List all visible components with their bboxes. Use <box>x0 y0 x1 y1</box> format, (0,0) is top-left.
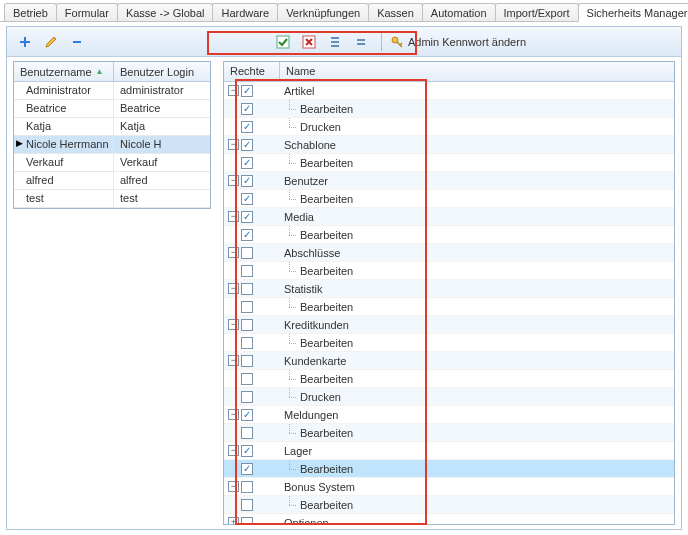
tab-sicherheits-manager[interactable]: Sicherheits Manager <box>578 3 688 22</box>
rights-checkbox[interactable] <box>241 409 253 421</box>
rights-checkbox[interactable] <box>241 85 253 97</box>
tree-row[interactable]: Bearbeiten <box>224 262 674 280</box>
rights-checkbox[interactable] <box>241 337 253 349</box>
rights-checkbox[interactable] <box>241 463 253 475</box>
tree-row[interactable]: Bearbeiten <box>224 190 674 208</box>
tab-verkn-pfungen[interactable]: Verknüpfungen <box>277 3 369 21</box>
col-header-login[interactable]: Benutzer Login <box>114 62 210 81</box>
collapse-toggle[interactable]: − <box>228 409 239 420</box>
tree-node-label: Schablone <box>284 139 336 151</box>
collapse-toggle[interactable]: − <box>228 445 239 456</box>
collapse-toggle[interactable]: − <box>228 85 239 96</box>
tab-kasse-global[interactable]: Kasse -> Global <box>117 3 214 21</box>
add-button[interactable] <box>15 32 35 52</box>
collapse-toggle[interactable]: − <box>228 247 239 258</box>
col-header-username[interactable]: Benutzername ▲ <box>14 62 114 81</box>
rights-checkbox[interactable] <box>241 283 253 295</box>
rights-checkbox[interactable] <box>241 211 253 223</box>
rights-checkbox[interactable] <box>241 427 253 439</box>
tree-row[interactable]: −Kundenkarte <box>224 352 674 370</box>
collapse-toggle[interactable]: − <box>228 211 239 222</box>
tree-node-label: Bearbeiten <box>300 373 353 385</box>
user-row[interactable]: KatjaKatja <box>14 118 210 136</box>
tab-kassen[interactable]: Kassen <box>368 3 423 21</box>
user-row[interactable]: ▶Nicole HerrmannNicole H <box>14 136 210 154</box>
remove-button[interactable] <box>67 32 87 52</box>
rights-checkbox[interactable] <box>241 103 253 115</box>
tree-row[interactable]: −Meldungen <box>224 406 674 424</box>
tree-row[interactable]: Drucken <box>224 388 674 406</box>
tree-row[interactable]: Bearbeiten <box>224 334 674 352</box>
tree-row[interactable]: +Optionen <box>224 514 674 525</box>
tree-node-label: Drucken <box>300 391 341 403</box>
edit-button[interactable] <box>41 32 61 52</box>
collapse-all-button[interactable] <box>351 32 371 52</box>
collapse-toggle[interactable]: − <box>228 175 239 186</box>
tree-row[interactable]: Bearbeiten <box>224 424 674 442</box>
expand-toggle[interactable]: + <box>228 517 239 525</box>
tree-node-label: Meldungen <box>284 409 338 421</box>
rights-checkbox[interactable] <box>241 319 253 331</box>
tree-row[interactable]: −Bonus System <box>224 478 674 496</box>
rights-checkbox[interactable] <box>241 121 253 133</box>
expand-all-button[interactable] <box>325 32 345 52</box>
collapse-toggle[interactable]: − <box>228 139 239 150</box>
tree-row[interactable]: Bearbeiten <box>224 370 674 388</box>
tab-import-export[interactable]: Import/Export <box>495 3 579 21</box>
rights-checkbox[interactable] <box>241 391 253 403</box>
tree-row[interactable]: Bearbeiten <box>224 154 674 172</box>
user-row[interactable]: VerkaufVerkauf <box>14 154 210 172</box>
tree-connector <box>284 190 296 208</box>
rights-checkbox[interactable] <box>241 193 253 205</box>
user-row[interactable]: Administratoradministrator <box>14 82 210 100</box>
collapse-toggle[interactable]: − <box>228 283 239 294</box>
rights-checkbox[interactable] <box>241 481 253 493</box>
user-row[interactable]: BeatriceBeatrice <box>14 100 210 118</box>
tree-node-label: Drucken <box>300 121 341 133</box>
rights-checkbox[interactable] <box>241 499 253 511</box>
rights-checkbox[interactable] <box>241 517 253 526</box>
tree-row[interactable]: Drucken <box>224 118 674 136</box>
rights-checkbox[interactable] <box>241 445 253 457</box>
rights-checkbox[interactable] <box>241 157 253 169</box>
collapse-toggle[interactable]: − <box>228 355 239 366</box>
tree-row[interactable]: −Abschlüsse <box>224 244 674 262</box>
tab-hardware[interactable]: Hardware <box>212 3 278 21</box>
collapse-toggle[interactable]: − <box>228 319 239 330</box>
check-all-button[interactable] <box>273 32 293 52</box>
col-header-rights[interactable]: Rechte <box>224 62 280 81</box>
rights-checkbox[interactable] <box>241 139 253 151</box>
tree-node-label: Bearbeiten <box>300 427 353 439</box>
rights-checkbox[interactable] <box>241 175 253 187</box>
tree-row[interactable]: −Media <box>224 208 674 226</box>
rights-tree-pane: Rechte Name −ArtikelBearbeitenDrucken−Sc… <box>215 57 681 529</box>
rights-checkbox[interactable] <box>241 265 253 277</box>
tree-row[interactable]: −Kreditkunden <box>224 316 674 334</box>
tree-row[interactable]: −Statistik <box>224 280 674 298</box>
tab-formular[interactable]: Formular <box>56 3 118 21</box>
col-header-name[interactable]: Name <box>280 62 674 81</box>
rights-checkbox[interactable] <box>241 247 253 259</box>
tree-row[interactable]: −Schablone <box>224 136 674 154</box>
tab-betrieb[interactable]: Betrieb <box>4 3 57 21</box>
tree-row[interactable]: Bearbeiten <box>224 298 674 316</box>
tree-row[interactable]: −Lager <box>224 442 674 460</box>
tree-row[interactable]: −Artikel <box>224 82 674 100</box>
rights-checkbox[interactable] <box>241 355 253 367</box>
collapse-toggle[interactable]: − <box>228 481 239 492</box>
tree-row[interactable]: −Benutzer <box>224 172 674 190</box>
user-row[interactable]: testtest <box>14 190 210 208</box>
tree-node-label: Bearbeiten <box>300 265 353 277</box>
rights-checkbox[interactable] <box>241 301 253 313</box>
rights-checkbox[interactable] <box>241 373 253 385</box>
user-row[interactable]: alfredalfred <box>14 172 210 190</box>
tree-row[interactable]: Bearbeiten <box>224 496 674 514</box>
rights-checkbox[interactable] <box>241 229 253 241</box>
tree-row[interactable]: Bearbeiten <box>224 100 674 118</box>
tree-row[interactable]: Bearbeiten <box>224 226 674 244</box>
tree-row[interactable]: Bearbeiten <box>224 460 674 478</box>
uncheck-all-button[interactable] <box>299 32 319 52</box>
admin-password-button[interactable]: Admin Kennwort ändern <box>386 33 530 51</box>
tree-connector <box>284 100 296 118</box>
tab-automation[interactable]: Automation <box>422 3 496 21</box>
